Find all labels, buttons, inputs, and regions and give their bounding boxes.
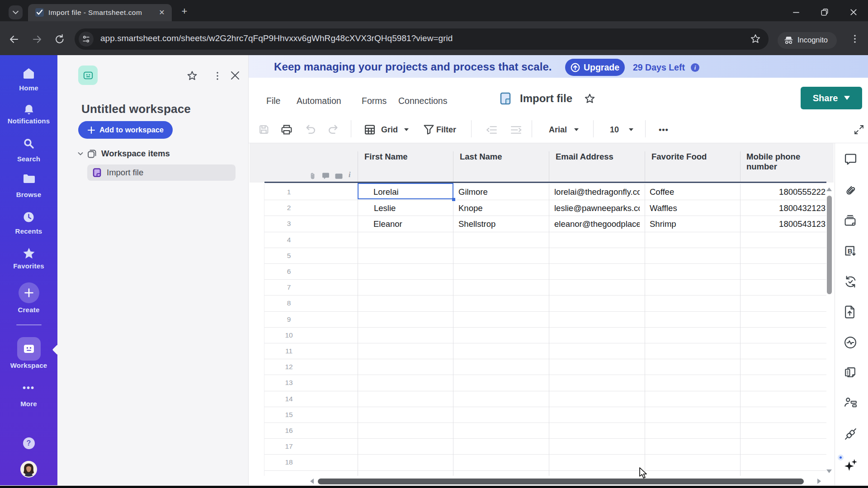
- svg-text:B: B: [848, 247, 853, 255]
